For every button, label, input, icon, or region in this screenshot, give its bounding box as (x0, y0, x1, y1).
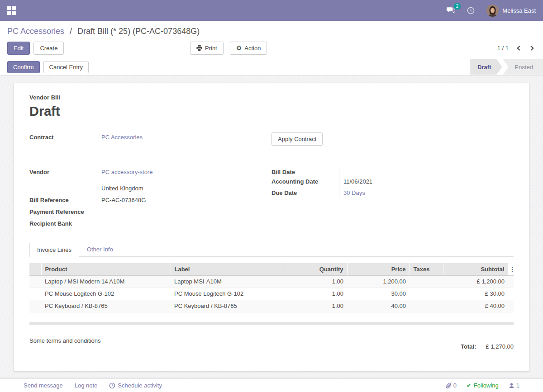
document-type-label: Vendor Bill (29, 94, 514, 101)
contract-value-link[interactable]: PC Accessories (101, 134, 143, 141)
total-label: Total: (461, 343, 476, 350)
column-options-icon[interactable]: ⋮ (508, 263, 514, 275)
user-menu[interactable]: Melissa East (486, 5, 536, 17)
form-sheet: Vendor Bill Draft Contract PC Accessorie… (14, 83, 529, 372)
confirm-button[interactable]: Confirm (7, 61, 40, 73)
cell-quantity[interactable]: 1.00 (284, 288, 347, 300)
vendor-value-link[interactable]: PC accessory-store (101, 169, 152, 175)
pager-next-icon[interactable] (529, 44, 536, 52)
cell-subtotal[interactable]: £ 30.00 (443, 288, 508, 300)
header-quantity[interactable]: Quantity (284, 263, 347, 275)
top-navbar: 2 Melissa East (0, 0, 543, 21)
cell-label[interactable]: Laptop MSI-A10M (171, 275, 284, 288)
following-toggle[interactable]: ✔ Following (467, 382, 499, 389)
person-icon (509, 383, 514, 388)
tab-other-info[interactable]: Other Info (79, 242, 121, 256)
navbar-right: 2 Melissa East (447, 5, 536, 17)
cell-quantity[interactable]: 1.00 (284, 275, 347, 288)
notebook-tabs: Invoice Lines Other Info (29, 242, 514, 257)
field-bill-date: Bill Date (272, 167, 514, 177)
header-taxes[interactable]: Taxes (410, 263, 443, 275)
header-product[interactable]: Product (41, 263, 171, 275)
cancel-entry-button[interactable]: Cancel Entry (43, 61, 89, 73)
bill-reference-value: PC-AC-073648G (97, 195, 272, 205)
apps-menu-icon[interactable] (7, 6, 16, 15)
paperclip-icon (446, 383, 452, 389)
cell-subtotal[interactable]: £ 40.00 (443, 300, 508, 312)
vendor-country: United Kingdom (101, 184, 272, 192)
control-panel: PC Accessories / Draft Bill (* 25) (PC-A… (0, 21, 543, 59)
status-step-posted[interactable]: Posted (503, 59, 543, 75)
document-state-title: Draft (29, 104, 514, 119)
invoice-lines-table: Product Label Quantity Price Taxes Subto… (29, 263, 514, 312)
cell-taxes[interactable] (410, 288, 443, 300)
cell-price[interactable]: 1,200.00 (347, 275, 410, 288)
cell-price[interactable]: 40.00 (347, 300, 410, 312)
cell-product[interactable]: Laptop / MSI Modern 14 A10M (41, 275, 171, 288)
followers-button[interactable]: 1 (509, 382, 519, 389)
terms-and-conditions: Some terms and conditions (29, 337, 101, 350)
breadcrumb-separator: / (70, 27, 72, 36)
recipient-bank-value (97, 219, 272, 228)
due-date-value-link[interactable]: 30 Days (343, 189, 365, 196)
field-due-date: Due Date 30 Days (272, 188, 514, 198)
header-label[interactable]: Label (171, 263, 284, 275)
app-window: 2 Melissa East (0, 0, 543, 392)
action-button[interactable]: ⚙ Action (230, 42, 267, 55)
contract-label: Contract (29, 132, 97, 142)
left-field-group: Vendor PC accessory-store United Kingdom… (29, 167, 272, 231)
user-name: Melissa East (502, 7, 536, 14)
print-button[interactable]: Print (190, 42, 224, 55)
form-view: Vendor Bill Draft Contract PC Accessorie… (0, 76, 543, 392)
activities-clock-icon[interactable] (467, 7, 475, 14)
status-step-draft[interactable]: Draft (470, 59, 502, 75)
cell-taxes[interactable] (410, 300, 443, 312)
apply-contract-button[interactable]: Apply Contract (272, 132, 323, 146)
header-subtotal[interactable]: Subtotal (443, 263, 508, 275)
total-block: Total: £ 1,270.00 (461, 343, 514, 350)
pager-value[interactable]: 1 / 1 (497, 45, 509, 52)
table-row[interactable]: PC Mouse Logitech G-102 PC Mouse Logitec… (29, 288, 514, 300)
cell-price[interactable]: 30.00 (347, 288, 410, 300)
send-message-button[interactable]: Send message (24, 382, 63, 389)
create-button[interactable]: Create (33, 42, 64, 55)
tab-invoice-lines[interactable]: Invoice Lines (29, 243, 79, 257)
followers-count: 1 (516, 382, 519, 389)
messages-icon[interactable]: 2 (447, 7, 455, 14)
accounting-date-value: 11/06/2021 (339, 177, 514, 186)
pager: 1 / 1 (497, 44, 536, 52)
chatter-toolbar: Send message Log note Schedule activity … (0, 378, 543, 392)
header-handle (29, 263, 41, 275)
check-icon: ✔ (467, 382, 472, 389)
table-header-row: Product Label Quantity Price Taxes Subto… (29, 263, 514, 275)
cell-label[interactable]: PC Keyboard / KB-8765 (171, 300, 284, 312)
field-recipient-bank: Recipient Bank (29, 219, 272, 228)
table-row[interactable]: PC Keyboard / KB-8765 PC Keyboard / KB-8… (29, 300, 514, 312)
cell-taxes[interactable] (410, 275, 443, 288)
bill-date-value (339, 167, 514, 177)
cell-product[interactable]: PC Mouse Logitech G-102 (41, 288, 171, 300)
log-note-button[interactable]: Log note (75, 382, 98, 389)
cell-product[interactable]: PC Keyboard / KB-8765 (41, 300, 171, 312)
payment-reference-value (97, 207, 272, 217)
form-statusbar: Confirm Cancel Entry Draft Posted (0, 59, 543, 76)
table-row[interactable]: Laptop / MSI Modern 14 A10M Laptop MSI-A… (29, 275, 514, 288)
breadcrumb-parent[interactable]: PC Accessories (7, 27, 64, 36)
field-accounting-date: Accounting Date 11/06/2021 (272, 177, 514, 186)
field-payment-reference: Payment Reference (29, 207, 272, 217)
attachments-button[interactable]: 0 (446, 382, 457, 389)
field-vendor: Vendor PC accessory-store United Kingdom (29, 167, 272, 193)
header-price[interactable]: Price (347, 263, 410, 275)
cell-subtotal[interactable]: £ 1,200.00 (443, 275, 508, 288)
bill-reference-label: Bill Reference (29, 195, 97, 205)
pager-previous-icon[interactable] (515, 44, 522, 52)
cell-quantity[interactable]: 1.00 (284, 300, 347, 312)
edit-button[interactable]: Edit (7, 42, 30, 55)
cell-label[interactable]: PC Mouse Logitech G-102 (171, 288, 284, 300)
bill-date-label: Bill Date (272, 167, 339, 177)
messages-badge: 2 (454, 3, 461, 9)
control-panel-buttons: Edit Create Print ⚙ Action 1 / 1 (7, 41, 536, 55)
breadcrumb: PC Accessories / Draft Bill (* 25) (PC-A… (7, 25, 536, 37)
table-horizontal-scrollbar[interactable] (29, 322, 514, 325)
schedule-activity-button[interactable]: Schedule activity (109, 382, 162, 389)
